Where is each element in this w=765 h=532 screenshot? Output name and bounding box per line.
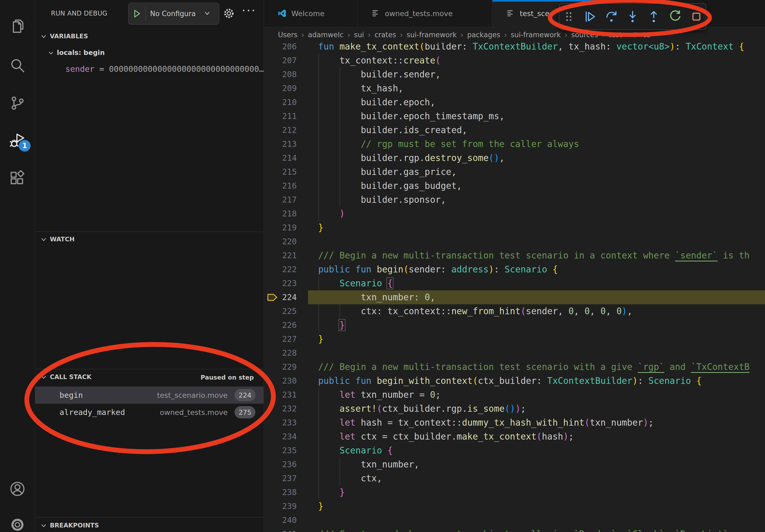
code-line[interactable]: 226 } [264, 318, 765, 332]
line-number[interactable]: 208 [264, 68, 297, 82]
call-stack-section-header[interactable]: CALL STACK [40, 374, 91, 381]
breadcrumb-file[interactable]: te [643, 31, 650, 39]
code-line[interactable]: 214 builder.rgp.destroy_some(), [264, 151, 765, 165]
line-number[interactable]: 220 [264, 235, 297, 249]
line-number[interactable]: 237 [264, 471, 297, 485]
line-number[interactable]: 230 [264, 374, 297, 388]
activity-files-icon[interactable] [0, 10, 35, 45]
code-line[interactable]: 230public fun begin_with_context(ctx_bui… [264, 374, 765, 388]
line-number[interactable]: 218 [264, 207, 297, 221]
activity-extensions-icon[interactable] [0, 161, 35, 196]
line-number[interactable]: 226 [264, 318, 297, 332]
code-line[interactable]: 210 builder.epoch, [264, 95, 765, 109]
line-number[interactable]: 231 [264, 388, 297, 402]
breadcrumb-item[interactable]: test [608, 31, 622, 39]
variables-section-header[interactable]: VARIABLES [40, 33, 88, 40]
step-into-icon[interactable] [623, 6, 642, 27]
code-line[interactable]: 219} [264, 221, 765, 235]
line-number[interactable]: 229 [264, 360, 297, 374]
start-debug-icon[interactable] [129, 6, 146, 21]
code-line[interactable]: 227} [264, 332, 765, 346]
line-number[interactable]: 232 [264, 402, 297, 416]
code-line[interactable]: 217 builder.sponsor, [264, 193, 765, 207]
code-line[interactable]: 223 Scenario { [264, 276, 765, 290]
line-number[interactable]: 210 [264, 95, 297, 109]
restart-icon[interactable] [666, 6, 684, 27]
gear-icon[interactable] [223, 7, 235, 20]
line-number[interactable]: 223 [264, 276, 297, 290]
call-stack-frame[interactable]: already_marked owned_tests.move 275 [35, 404, 264, 421]
code-line[interactable]: 213 // rgp must be set from the caller a… [264, 137, 765, 151]
code-line[interactable]: 235 Scenario { [264, 443, 765, 457]
code-line[interactable]: 212 builder.ids_created, [264, 123, 765, 137]
line-number[interactable]: 221 [264, 249, 297, 263]
activity-source-control-icon[interactable] [0, 86, 35, 121]
code-line[interactable]: 218 ) [264, 207, 765, 221]
breadcrumb-item[interactable]: sui-framework [511, 31, 561, 39]
code-line[interactable]: 236 txn_number, [264, 457, 765, 471]
code-line[interactable]: 224 txn_number: 0, [264, 290, 765, 304]
step-out-icon[interactable] [645, 6, 663, 27]
line-number[interactable]: 207 [264, 54, 297, 68]
line-number[interactable]: 235 [264, 443, 297, 457]
tab-welcome[interactable]: Welcome [264, 0, 358, 27]
code-line[interactable]: 240 [264, 513, 765, 527]
code-line[interactable]: 228 [264, 346, 765, 360]
stop-icon[interactable] [687, 6, 706, 27]
line-number[interactable]: 216 [264, 179, 297, 193]
code-line[interactable]: 222public fun begin(sender: address): Sc… [264, 263, 765, 276]
debug-config-control[interactable]: No Configura [128, 3, 219, 25]
line-number[interactable]: 238 [264, 485, 297, 499]
code-line[interactable]: 216 builder.gas_budget, [264, 179, 765, 193]
breadcrumb-item[interactable]: sources [571, 31, 598, 39]
line-number[interactable]: 233 [264, 416, 297, 430]
code-line[interactable]: 234 let ctx = ctx_builder.make_tx_contex… [264, 430, 765, 443]
line-number[interactable]: 219 [264, 221, 297, 235]
code-line[interactable]: 209 tx_hash, [264, 82, 765, 95]
breadcrumb-item[interactable]: packages [467, 31, 500, 39]
activity-search-icon[interactable] [0, 48, 35, 83]
code-line[interactable]: 229/// Begin a new multi-transaction tes… [264, 360, 765, 374]
line-number[interactable]: 240 [264, 513, 297, 527]
line-number[interactable]: 212 [264, 123, 297, 137]
code-line[interactable]: 221/// Begin a new multi-transaction tes… [264, 249, 765, 263]
line-number[interactable]: 239 [264, 499, 297, 513]
variable-row[interactable]: sender = 0000000000000000000000000000000… [65, 64, 264, 74]
activity-account-icon[interactable] [0, 471, 35, 506]
breadcrumb-item[interactable]: Users [278, 31, 298, 39]
activity-debug-icon[interactable]: 1 [0, 123, 35, 158]
tab-owned-tests-move[interactable]: owned_tests.move [358, 0, 492, 27]
code-line[interactable]: 238 } [264, 485, 765, 499]
line-number[interactable]: 236 [264, 457, 297, 471]
code-line[interactable]: 239} [264, 499, 765, 513]
continue-icon[interactable] [581, 6, 599, 27]
breadcrumb-item[interactable]: adamwelc [308, 31, 344, 39]
line-number[interactable]: 211 [264, 109, 297, 123]
code-line[interactable]: 232 assert!(ctx_builder.rgp.is_some()); [264, 402, 765, 416]
code-line[interactable]: 211 builder.epoch_timestamp_ms, [264, 109, 765, 123]
line-number[interactable]: 234 [264, 430, 297, 443]
line-number[interactable]: 209 [264, 82, 297, 95]
code-line[interactable]: 225 ctx: tx_context::new_from_hint(sende… [264, 304, 765, 318]
variables-scope-row[interactable]: locals: begin [48, 49, 105, 57]
watch-section-header[interactable]: WATCH [40, 236, 75, 243]
line-number[interactable]: 215 [264, 165, 297, 179]
code-line[interactable]: 207 tx_context::create( [264, 54, 765, 68]
code-line[interactable]: 241/// Creates and shares system objects… [264, 527, 765, 532]
line-number[interactable]: 241 [264, 527, 297, 532]
call-stack-frame[interactable]: begin test_scenario.move 224 [35, 387, 264, 404]
code-line[interactable]: 237 ctx, [264, 471, 765, 485]
line-number[interactable]: 227 [264, 332, 297, 346]
line-number[interactable]: 213 [264, 137, 297, 151]
line-number[interactable]: 228 [264, 346, 297, 360]
code-line[interactable]: 231 let txn_number = 0; [264, 388, 765, 402]
breadcrumb-item[interactable]: sui-framework [406, 31, 457, 39]
code-line[interactable]: 208 builder.sender, [264, 68, 765, 82]
breadcrumb-item[interactable]: sui [354, 31, 364, 39]
step-over-icon[interactable] [602, 6, 620, 27]
code-line[interactable]: 220 [264, 235, 765, 249]
activity-settings-icon[interactable] [0, 507, 35, 532]
line-number[interactable]: 214 [264, 151, 297, 165]
breadcrumb-item[interactable]: crates [375, 31, 396, 39]
debug-config-dropdown[interactable]: No Configura [150, 10, 203, 18]
